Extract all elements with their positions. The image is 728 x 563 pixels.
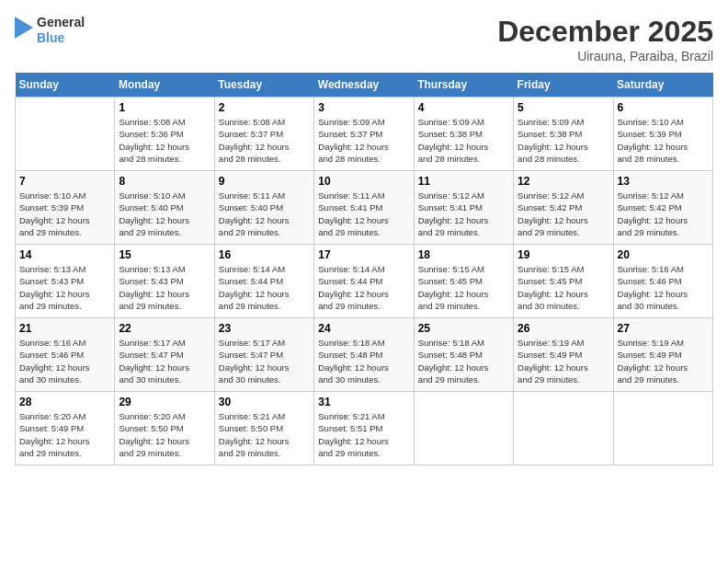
column-header-tuesday: Tuesday	[214, 73, 313, 98]
calendar-cell: 3Sunrise: 5:09 AM Sunset: 5:37 PM Daylig…	[314, 98, 414, 171]
calendar-cell: 25Sunrise: 5:18 AM Sunset: 5:48 PM Dayli…	[414, 318, 513, 392]
calendar-cell: 8Sunrise: 5:10 AM Sunset: 5:40 PM Daylig…	[115, 171, 214, 245]
column-header-friday: Friday	[514, 73, 613, 98]
calendar-cell	[414, 392, 513, 465]
day-number: 9	[219, 175, 310, 188]
cell-info: Sunrise: 5:09 AM Sunset: 5:38 PM Dayligh…	[518, 116, 609, 165]
calendar-cell: 23Sunrise: 5:17 AM Sunset: 5:47 PM Dayli…	[214, 318, 313, 392]
day-number: 21	[19, 322, 110, 335]
cell-info: Sunrise: 5:15 AM Sunset: 5:45 PM Dayligh…	[518, 263, 609, 312]
day-number: 28	[19, 396, 110, 408]
logo-general: General	[37, 15, 85, 30]
cell-info: Sunrise: 5:16 AM Sunset: 5:46 PM Dayligh…	[618, 263, 709, 312]
day-number: 27	[618, 322, 709, 335]
cell-info: Sunrise: 5:18 AM Sunset: 5:48 PM Dayligh…	[318, 337, 409, 385]
cell-info: Sunrise: 5:10 AM Sunset: 5:40 PM Dayligh…	[119, 190, 210, 238]
cell-info: Sunrise: 5:09 AM Sunset: 5:38 PM Dayligh…	[418, 116, 509, 165]
calendar-cell: 19Sunrise: 5:15 AM Sunset: 5:45 PM Dayli…	[514, 245, 613, 318]
cell-info: Sunrise: 5:19 AM Sunset: 5:49 PM Dayligh…	[518, 337, 609, 385]
day-number: 6	[618, 101, 709, 114]
day-number: 11	[418, 175, 509, 188]
cell-info: Sunrise: 5:21 AM Sunset: 5:51 PM Dayligh…	[318, 410, 409, 459]
day-number: 15	[119, 248, 210, 261]
day-number: 30	[219, 396, 310, 408]
day-number: 13	[618, 175, 709, 188]
calendar-cell: 26Sunrise: 5:19 AM Sunset: 5:49 PM Dayli…	[514, 318, 613, 392]
calendar-cell: 5Sunrise: 5:09 AM Sunset: 5:38 PM Daylig…	[514, 98, 613, 171]
day-number: 25	[418, 322, 509, 335]
day-number: 5	[518, 101, 609, 114]
calendar-cell	[514, 392, 613, 465]
calendar-cell: 2Sunrise: 5:08 AM Sunset: 5:37 PM Daylig…	[214, 98, 313, 171]
cell-info: Sunrise: 5:11 AM Sunset: 5:41 PM Dayligh…	[318, 190, 409, 238]
cell-info: Sunrise: 5:13 AM Sunset: 5:43 PM Dayligh…	[19, 263, 110, 312]
day-number: 26	[518, 322, 609, 335]
day-number: 19	[518, 248, 609, 261]
calendar-cell: 7Sunrise: 5:10 AM Sunset: 5:39 PM Daylig…	[16, 171, 115, 245]
calendar-cell: 27Sunrise: 5:19 AM Sunset: 5:49 PM Dayli…	[613, 318, 712, 392]
day-number: 22	[119, 322, 210, 335]
cell-info: Sunrise: 5:15 AM Sunset: 5:45 PM Dayligh…	[418, 263, 509, 312]
calendar-cell: 12Sunrise: 5:12 AM Sunset: 5:42 PM Dayli…	[514, 171, 613, 245]
calendar-cell: 30Sunrise: 5:21 AM Sunset: 5:50 PM Dayli…	[214, 392, 313, 465]
day-number: 31	[318, 396, 409, 408]
cell-info: Sunrise: 5:16 AM Sunset: 5:46 PM Dayligh…	[19, 337, 110, 385]
calendar-cell	[16, 98, 115, 171]
column-header-saturday: Saturday	[613, 73, 712, 98]
cell-info: Sunrise: 5:14 AM Sunset: 5:44 PM Dayligh…	[219, 263, 310, 312]
location: Uirauna, Paraiba, Brazil	[497, 49, 713, 63]
calendar-cell: 31Sunrise: 5:21 AM Sunset: 5:51 PM Dayli…	[314, 392, 414, 465]
calendar-cell: 29Sunrise: 5:20 AM Sunset: 5:50 PM Dayli…	[115, 392, 214, 465]
calendar-cell: 22Sunrise: 5:17 AM Sunset: 5:47 PM Dayli…	[115, 318, 214, 392]
calendar-cell: 10Sunrise: 5:11 AM Sunset: 5:41 PM Dayli…	[314, 171, 414, 245]
cell-info: Sunrise: 5:12 AM Sunset: 5:41 PM Dayligh…	[418, 190, 509, 238]
cell-info: Sunrise: 5:18 AM Sunset: 5:48 PM Dayligh…	[418, 337, 509, 385]
column-header-monday: Monday	[115, 73, 214, 98]
day-number: 29	[119, 396, 210, 408]
cell-info: Sunrise: 5:19 AM Sunset: 5:49 PM Dayligh…	[618, 337, 709, 385]
day-number: 20	[618, 248, 709, 261]
month-title: December 2025	[497, 15, 713, 49]
cell-info: Sunrise: 5:10 AM Sunset: 5:39 PM Dayligh…	[618, 116, 709, 165]
page-header: GeneralBlue December 2025 Uirauna, Parai…	[15, 15, 713, 63]
calendar-cell: 17Sunrise: 5:14 AM Sunset: 5:44 PM Dayli…	[314, 245, 414, 318]
calendar-cell: 6Sunrise: 5:10 AM Sunset: 5:39 PM Daylig…	[613, 98, 712, 171]
cell-info: Sunrise: 5:20 AM Sunset: 5:49 PM Dayligh…	[19, 410, 110, 459]
day-number: 16	[219, 248, 310, 261]
calendar-cell: 13Sunrise: 5:12 AM Sunset: 5:42 PM Dayli…	[613, 171, 712, 245]
day-number: 4	[418, 101, 509, 114]
day-number: 12	[518, 175, 609, 188]
calendar-cell: 24Sunrise: 5:18 AM Sunset: 5:48 PM Dayli…	[314, 318, 414, 392]
logo-text: GeneralBlue	[37, 15, 85, 46]
column-header-thursday: Thursday	[414, 73, 513, 98]
calendar-cell: 14Sunrise: 5:13 AM Sunset: 5:43 PM Dayli…	[16, 245, 115, 318]
day-number: 10	[318, 175, 409, 188]
calendar-cell: 28Sunrise: 5:20 AM Sunset: 5:49 PM Dayli…	[16, 392, 115, 465]
calendar-cell: 21Sunrise: 5:16 AM Sunset: 5:46 PM Dayli…	[16, 318, 115, 392]
cell-info: Sunrise: 5:12 AM Sunset: 5:42 PM Dayligh…	[518, 190, 609, 238]
cell-info: Sunrise: 5:13 AM Sunset: 5:43 PM Dayligh…	[119, 263, 210, 312]
calendar-cell: 9Sunrise: 5:11 AM Sunset: 5:40 PM Daylig…	[214, 171, 313, 245]
calendar-cell: 20Sunrise: 5:16 AM Sunset: 5:46 PM Dayli…	[613, 245, 712, 318]
calendar-cell: 4Sunrise: 5:09 AM Sunset: 5:38 PM Daylig…	[414, 98, 513, 171]
logo-container: GeneralBlue	[15, 15, 85, 46]
cell-info: Sunrise: 5:09 AM Sunset: 5:37 PM Dayligh…	[318, 116, 409, 165]
day-number: 17	[318, 248, 409, 261]
column-header-wednesday: Wednesday	[314, 73, 414, 98]
calendar-cell: 15Sunrise: 5:13 AM Sunset: 5:43 PM Dayli…	[115, 245, 214, 318]
title-area: December 2025 Uirauna, Paraiba, Brazil	[497, 15, 713, 63]
calendar-cell: 18Sunrise: 5:15 AM Sunset: 5:45 PM Dayli…	[414, 245, 513, 318]
cell-info: Sunrise: 5:17 AM Sunset: 5:47 PM Dayligh…	[119, 337, 210, 385]
day-number: 23	[219, 322, 310, 335]
day-number: 24	[318, 322, 409, 335]
cell-info: Sunrise: 5:21 AM Sunset: 5:50 PM Dayligh…	[219, 410, 310, 459]
logo-triangle-icon	[15, 17, 33, 44]
day-number: 8	[119, 175, 210, 188]
day-number: 7	[19, 175, 110, 188]
cell-info: Sunrise: 5:12 AM Sunset: 5:42 PM Dayligh…	[618, 190, 709, 238]
cell-info: Sunrise: 5:11 AM Sunset: 5:40 PM Dayligh…	[219, 190, 310, 238]
day-number: 2	[219, 101, 310, 114]
cell-info: Sunrise: 5:14 AM Sunset: 5:44 PM Dayligh…	[318, 263, 409, 312]
day-number: 14	[19, 248, 110, 261]
column-header-sunday: Sunday	[16, 73, 115, 98]
